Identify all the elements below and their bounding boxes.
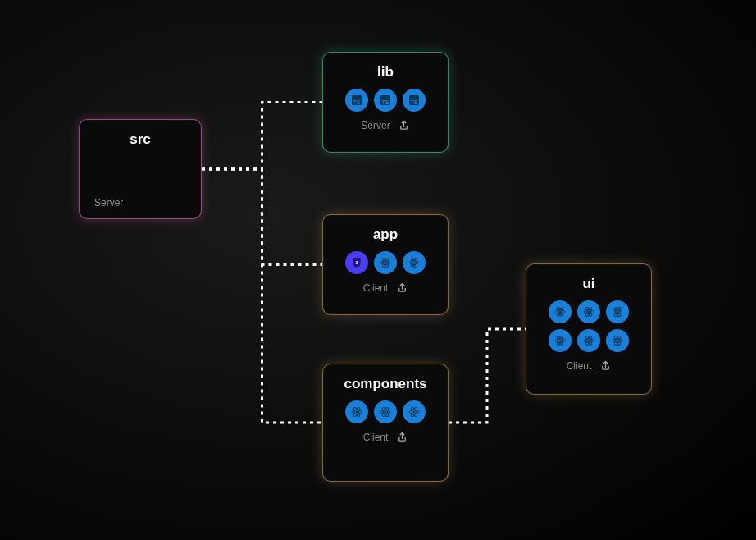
- svg-text:TS: TS: [353, 98, 361, 104]
- file-icons: 3: [345, 251, 426, 274]
- file-icons: [345, 400, 426, 423]
- node-title: lib: [377, 64, 394, 80]
- svg-text:TS: TS: [411, 98, 418, 104]
- diagram-canvas: srcServerlibTSTSTSServerapp3Clientcompon…: [0, 0, 756, 540]
- node-title: app: [373, 227, 398, 243]
- svg-point-11: [413, 261, 416, 263]
- react-file-icon: [374, 251, 397, 274]
- node-title: components: [344, 376, 426, 392]
- ts-file-icon: TS: [374, 89, 397, 112]
- react-file-icon: [577, 329, 600, 352]
- react-file-icon: [606, 300, 629, 323]
- node-footer: Server: [336, 120, 435, 131]
- node-footer: Client: [540, 360, 638, 372]
- svg-point-23: [413, 410, 416, 413]
- file-icons: TSTSTS: [345, 89, 426, 112]
- react-file-icon: [549, 300, 572, 323]
- svg-point-27: [559, 310, 562, 313]
- svg-point-35: [617, 310, 619, 313]
- ts-file-icon: TS: [345, 89, 368, 112]
- svg-point-43: [588, 339, 590, 341]
- ts-file-icon: TS: [403, 89, 426, 112]
- environment-label: Client: [567, 360, 592, 372]
- react-file-icon: [606, 329, 629, 352]
- svg-text:TS: TS: [382, 98, 389, 104]
- node-lib[interactable]: libTSTSTSServer: [322, 52, 449, 153]
- css-file-icon: 3: [345, 251, 368, 274]
- node-ui[interactable]: uiClient: [526, 263, 652, 395]
- node-footer: Server: [93, 197, 123, 208]
- node-title: ui: [582, 276, 594, 292]
- react-file-icon: [549, 329, 572, 352]
- environment-label: Client: [363, 432, 389, 443]
- react-file-icon: [345, 400, 368, 423]
- share-icon[interactable]: [396, 282, 408, 294]
- react-file-icon: [374, 400, 397, 423]
- share-icon[interactable]: [398, 120, 410, 131]
- svg-point-47: [617, 339, 619, 341]
- share-icon[interactable]: [599, 360, 611, 372]
- node-components[interactable]: componentsClient: [322, 364, 449, 482]
- svg-point-19: [385, 410, 387, 413]
- node-src[interactable]: srcServer: [79, 119, 202, 219]
- environment-label: Client: [363, 282, 389, 294]
- svg-point-7: [385, 261, 387, 263]
- share-icon[interactable]: [396, 432, 408, 443]
- svg-point-39: [559, 339, 562, 341]
- node-footer: Client: [336, 282, 435, 294]
- svg-point-31: [588, 310, 590, 313]
- svg-point-15: [356, 410, 358, 413]
- react-file-icon: [403, 400, 426, 423]
- environment-label: Server: [94, 197, 123, 208]
- react-file-icon: [577, 300, 600, 323]
- react-file-icon: [403, 251, 426, 274]
- node-title: src: [130, 131, 151, 148]
- file-icons: [544, 300, 634, 352]
- environment-label: Server: [361, 120, 389, 131]
- node-app[interactable]: app3Client: [322, 214, 449, 315]
- node-footer: Client: [336, 432, 435, 443]
